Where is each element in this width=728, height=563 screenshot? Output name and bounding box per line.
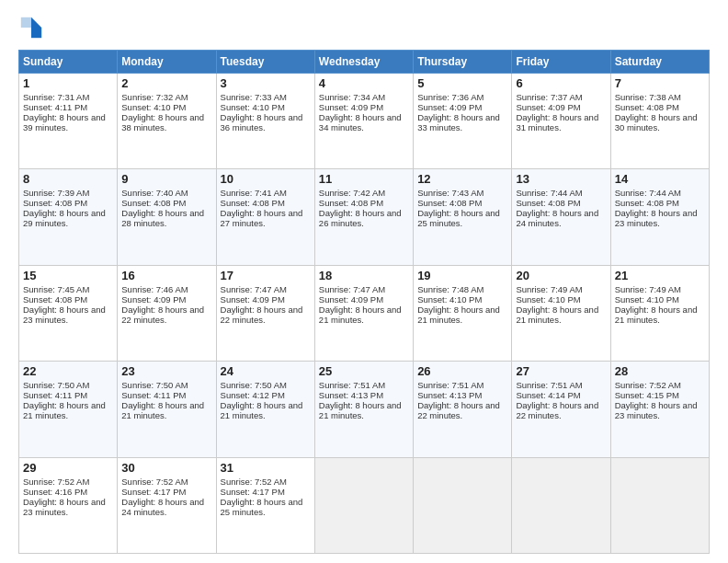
calendar-cell: 14Sunrise: 7:44 AMSunset: 4:08 PMDayligh…: [610, 169, 709, 265]
calendar-cell: 31Sunrise: 7:52 AMSunset: 4:17 PMDayligh…: [216, 457, 314, 553]
cell-info: Sunrise: 7:49 AMSunset: 4:10 PMDaylight:…: [615, 284, 698, 325]
calendar-cell: 6Sunrise: 7:37 AMSunset: 4:09 PMDaylight…: [512, 74, 610, 169]
cell-info: Sunrise: 7:48 AMSunset: 4:10 PMDaylight:…: [417, 284, 500, 325]
day-number: 27: [516, 364, 606, 378]
cell-info: Sunrise: 7:42 AMSunset: 4:08 PMDaylight:…: [319, 188, 402, 228]
day-number: 12: [417, 172, 507, 186]
col-header-thursday: Thursday: [414, 51, 512, 74]
calendar-cell: 12Sunrise: 7:43 AMSunset: 4:08 PMDayligh…: [414, 169, 512, 265]
svg-marker-2: [21, 17, 31, 28]
cell-info: Sunrise: 7:32 AMSunset: 4:10 PMDaylight:…: [121, 92, 204, 132]
calendar-cell: 28Sunrise: 7:52 AMSunset: 4:15 PMDayligh…: [610, 362, 709, 457]
calendar-cell: 21Sunrise: 7:49 AMSunset: 4:10 PMDayligh…: [610, 265, 709, 361]
day-number: 8: [23, 172, 113, 186]
day-number: 4: [319, 76, 409, 90]
cell-info: Sunrise: 7:36 AMSunset: 4:09 PMDaylight:…: [417, 92, 500, 132]
col-header-sunday: Sunday: [19, 51, 118, 74]
cell-info: Sunrise: 7:43 AMSunset: 4:08 PMDaylight:…: [417, 188, 500, 228]
calendar-week-1: 1Sunrise: 7:31 AMSunset: 4:11 PMDaylight…: [19, 74, 710, 169]
calendar-cell: 17Sunrise: 7:47 AMSunset: 4:09 PMDayligh…: [216, 265, 314, 361]
day-number: 28: [615, 364, 705, 378]
calendar-cell: 15Sunrise: 7:45 AMSunset: 4:08 PMDayligh…: [19, 265, 118, 361]
col-header-saturday: Saturday: [610, 51, 709, 74]
cell-info: Sunrise: 7:51 AMSunset: 4:13 PMDaylight:…: [319, 380, 402, 420]
cell-info: Sunrise: 7:31 AMSunset: 4:11 PMDaylight:…: [23, 92, 106, 132]
calendar-cell: 27Sunrise: 7:51 AMSunset: 4:14 PMDayligh…: [512, 362, 610, 457]
col-header-tuesday: Tuesday: [216, 51, 314, 74]
day-number: 18: [319, 269, 409, 282]
cell-info: Sunrise: 7:46 AMSunset: 4:09 PMDaylight:…: [121, 284, 204, 325]
cell-info: Sunrise: 7:41 AMSunset: 4:08 PMDaylight:…: [221, 188, 303, 228]
day-number: 15: [23, 269, 113, 282]
cell-info: Sunrise: 7:51 AMSunset: 4:14 PMDaylight:…: [516, 380, 598, 420]
cell-info: Sunrise: 7:44 AMSunset: 4:08 PMDaylight:…: [516, 188, 598, 228]
cell-info: Sunrise: 7:52 AMSunset: 4:15 PMDaylight:…: [615, 380, 698, 420]
calendar-week-5: 29Sunrise: 7:52 AMSunset: 4:16 PMDayligh…: [19, 457, 710, 553]
cell-info: Sunrise: 7:50 AMSunset: 4:11 PMDaylight:…: [23, 380, 106, 420]
cell-info: Sunrise: 7:47 AMSunset: 4:09 PMDaylight:…: [221, 284, 303, 325]
cell-info: Sunrise: 7:52 AMSunset: 4:16 PMDaylight:…: [23, 477, 106, 517]
svg-marker-0: [31, 17, 41, 28]
day-number: 9: [121, 172, 211, 186]
calendar-cell: 26Sunrise: 7:51 AMSunset: 4:13 PMDayligh…: [414, 362, 512, 457]
cell-info: Sunrise: 7:34 AMSunset: 4:09 PMDaylight:…: [319, 92, 402, 132]
day-number: 25: [319, 364, 409, 378]
calendar-cell: 19Sunrise: 7:48 AMSunset: 4:10 PMDayligh…: [414, 265, 512, 361]
cell-info: Sunrise: 7:37 AMSunset: 4:09 PMDaylight:…: [516, 92, 598, 132]
cell-info: Sunrise: 7:39 AMSunset: 4:08 PMDaylight:…: [23, 188, 106, 228]
calendar-week-4: 22Sunrise: 7:50 AMSunset: 4:11 PMDayligh…: [19, 362, 710, 457]
calendar-cell: 8Sunrise: 7:39 AMSunset: 4:08 PMDaylight…: [19, 169, 118, 265]
calendar-cell: 25Sunrise: 7:51 AMSunset: 4:13 PMDayligh…: [314, 362, 413, 457]
calendar-cell: 10Sunrise: 7:41 AMSunset: 4:08 PMDayligh…: [216, 169, 314, 265]
calendar-cell: [414, 457, 512, 553]
calendar-cell: 30Sunrise: 7:52 AMSunset: 4:17 PMDayligh…: [118, 457, 216, 553]
calendar-cell: 11Sunrise: 7:42 AMSunset: 4:08 PMDayligh…: [314, 169, 413, 265]
cell-info: Sunrise: 7:47 AMSunset: 4:09 PMDaylight:…: [319, 284, 402, 325]
col-header-friday: Friday: [512, 51, 610, 74]
day-number: 5: [417, 76, 507, 90]
calendar-week-2: 8Sunrise: 7:39 AMSunset: 4:08 PMDaylight…: [19, 169, 710, 265]
col-header-wednesday: Wednesday: [314, 51, 413, 74]
page: SundayMondayTuesdayWednesdayThursdayFrid…: [0, 0, 728, 563]
calendar-cell: [512, 457, 610, 553]
svg-marker-1: [31, 28, 41, 38]
day-number: 16: [121, 269, 211, 282]
day-number: 17: [221, 269, 311, 282]
calendar-cell: 7Sunrise: 7:38 AMSunset: 4:08 PMDaylight…: [610, 74, 709, 169]
calendar-cell: 22Sunrise: 7:50 AMSunset: 4:11 PMDayligh…: [19, 362, 118, 457]
day-number: 31: [221, 461, 311, 475]
cell-info: Sunrise: 7:33 AMSunset: 4:10 PMDaylight:…: [221, 92, 303, 132]
day-number: 11: [319, 172, 409, 186]
calendar-cell: 13Sunrise: 7:44 AMSunset: 4:08 PMDayligh…: [512, 169, 610, 265]
calendar-cell: 9Sunrise: 7:40 AMSunset: 4:08 PMDaylight…: [118, 169, 216, 265]
calendar-cell: 18Sunrise: 7:47 AMSunset: 4:09 PMDayligh…: [314, 265, 413, 361]
calendar-cell: [610, 457, 709, 553]
calendar-cell: 2Sunrise: 7:32 AMSunset: 4:10 PMDaylight…: [118, 74, 216, 169]
cell-info: Sunrise: 7:38 AMSunset: 4:08 PMDaylight:…: [615, 92, 698, 132]
day-number: 30: [121, 461, 211, 475]
day-number: 3: [221, 76, 311, 90]
cell-info: Sunrise: 7:51 AMSunset: 4:13 PMDaylight:…: [417, 380, 500, 420]
cell-info: Sunrise: 7:45 AMSunset: 4:08 PMDaylight:…: [23, 284, 106, 325]
day-number: 23: [121, 364, 211, 378]
calendar-cell: [314, 457, 413, 553]
calendar-cell: 24Sunrise: 7:50 AMSunset: 4:12 PMDayligh…: [216, 362, 314, 457]
day-number: 6: [516, 76, 606, 90]
day-number: 19: [417, 269, 507, 282]
day-number: 1: [23, 76, 113, 90]
day-number: 14: [615, 172, 705, 186]
calendar-table: SundayMondayTuesdayWednesdayThursdayFrid…: [18, 50, 710, 554]
cell-info: Sunrise: 7:40 AMSunset: 4:08 PMDaylight:…: [121, 188, 204, 228]
day-number: 2: [121, 76, 211, 90]
cell-info: Sunrise: 7:50 AMSunset: 4:11 PMDaylight:…: [121, 380, 204, 420]
calendar-header-row: SundayMondayTuesdayWednesdayThursdayFrid…: [19, 51, 710, 74]
cell-info: Sunrise: 7:44 AMSunset: 4:08 PMDaylight:…: [615, 188, 698, 228]
calendar-cell: 5Sunrise: 7:36 AMSunset: 4:09 PMDaylight…: [414, 74, 512, 169]
col-header-monday: Monday: [118, 51, 216, 74]
cell-info: Sunrise: 7:50 AMSunset: 4:12 PMDaylight:…: [221, 380, 303, 420]
header: [18, 15, 710, 40]
day-number: 21: [615, 269, 705, 282]
calendar-cell: 29Sunrise: 7:52 AMSunset: 4:16 PMDayligh…: [19, 457, 118, 553]
calendar-cell: 1Sunrise: 7:31 AMSunset: 4:11 PMDaylight…: [19, 74, 118, 169]
day-number: 7: [615, 76, 705, 90]
